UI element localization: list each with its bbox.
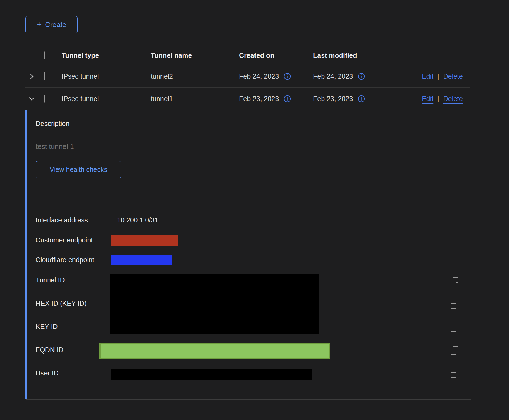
copy-icon[interactable] <box>450 370 459 378</box>
header-tunnel-name: Tunnel name <box>151 52 239 59</box>
created-on-cell: Feb 24, 2023 <box>239 72 279 80</box>
user-id-label: User ID <box>36 369 59 377</box>
expanded-row-bottom-divider <box>26 399 471 400</box>
row-checkbox[interactable] <box>44 72 45 80</box>
delete-link[interactable]: Delete <box>443 95 463 103</box>
tunnel-id-label: Tunnel ID <box>36 276 65 284</box>
chevron-down-icon[interactable] <box>28 95 35 102</box>
last-modified-cell: Feb 23, 2023 <box>313 95 353 103</box>
select-all-checkbox[interactable] <box>44 51 45 59</box>
copy-icon[interactable] <box>450 301 459 309</box>
description-label: Description <box>36 120 69 128</box>
tunnel-type-cell: IPsec tunnel <box>62 72 151 80</box>
header-created-on: Created on <box>239 52 313 59</box>
copy-icon[interactable] <box>450 346 459 355</box>
tunnel-name-cell: tunnel2 <box>151 72 239 80</box>
create-button[interactable]: + Create <box>25 16 78 33</box>
action-separator: | <box>437 95 439 103</box>
info-icon[interactable] <box>283 95 291 103</box>
ids-redacted-value <box>110 274 319 334</box>
info-icon[interactable] <box>357 72 365 80</box>
header-last-modified: Last modified <box>313 52 389 59</box>
header-tunnel-type: Tunnel type <box>62 52 151 59</box>
user-id-redacted-value <box>111 369 312 380</box>
table-row: IPsec tunnel tunnel1 Feb 23, 2023 Feb 23… <box>25 88 470 110</box>
plus-icon: + <box>37 20 42 29</box>
table-header-row: Tunnel type Tunnel name Created on Last … <box>25 46 470 65</box>
interface-address-label: Interface address <box>36 216 88 224</box>
delete-link[interactable]: Delete <box>443 72 463 80</box>
action-separator: | <box>437 72 439 80</box>
fqdn-id-redacted-value <box>99 343 330 359</box>
row-checkbox[interactable] <box>44 95 45 103</box>
section-divider <box>36 196 461 196</box>
copy-icon[interactable] <box>450 277 459 286</box>
chevron-right-icon[interactable] <box>28 73 35 80</box>
copy-icon[interactable] <box>450 324 459 332</box>
hex-id-label: HEX ID (KEY ID) <box>36 299 86 307</box>
interface-address-value: 10.200.1.0/31 <box>117 216 158 224</box>
table-row: IPsec tunnel tunnel2 Feb 24, 2023 Feb 24… <box>25 65 470 88</box>
description-value: test tunnel 1 <box>36 142 74 151</box>
tunnel-name-cell: tunnel1 <box>151 95 239 103</box>
create-button-label: Create <box>45 21 66 29</box>
cloudflare-endpoint-redacted-value <box>111 255 172 265</box>
view-health-checks-button[interactable]: View health checks <box>36 161 121 178</box>
cloudflare-endpoint-label: Cloudflare endpoint <box>36 256 94 264</box>
edit-link[interactable]: Edit <box>422 72 433 80</box>
edit-link[interactable]: Edit <box>422 95 433 103</box>
fqdn-id-label: FQDN ID <box>36 346 63 354</box>
created-on-cell: Feb 23, 2023 <box>239 95 279 103</box>
customer-endpoint-label: Customer endpoint <box>36 236 93 244</box>
expanded-row-accent-bar <box>25 110 27 399</box>
last-modified-cell: Feb 24, 2023 <box>313 72 353 80</box>
info-icon[interactable] <box>357 95 365 103</box>
key-id-label: KEY ID <box>36 323 58 331</box>
tunnel-type-cell: IPsec tunnel <box>62 95 151 103</box>
info-icon[interactable] <box>283 72 291 80</box>
customer-endpoint-redacted-value <box>111 235 178 246</box>
